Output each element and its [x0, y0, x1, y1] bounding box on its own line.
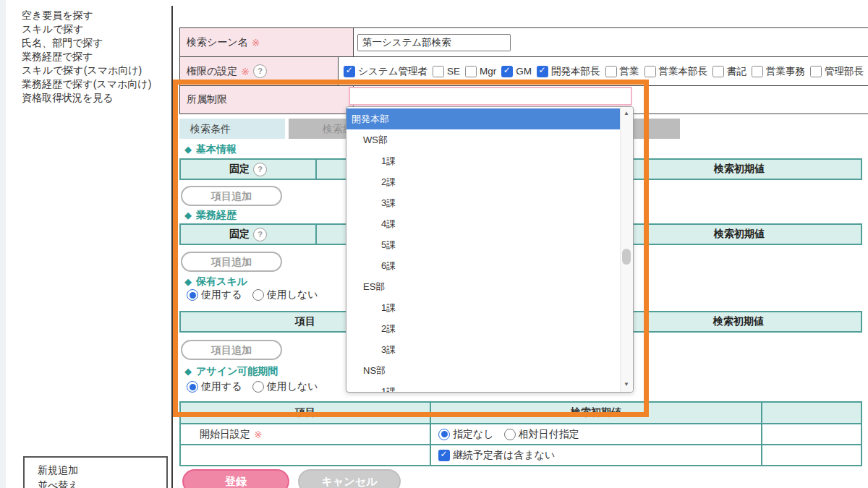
help-icon[interactable] [253, 163, 267, 176]
radio-relative-date-icon[interactable] [504, 429, 516, 440]
permission-checkbox-row: システム管理者 SE Mgr GM 開発本部長 営業 営業本部長 書記 営業事務… [339, 65, 868, 78]
add-item-button-career[interactable]: 項目追加 [181, 252, 282, 272]
column-header-item: 項目 [181, 403, 430, 423]
dropdown-option-dev-hq[interactable]: 開発本部 [346, 108, 621, 129]
checkbox-system-admin[interactable]: システム管理者 [344, 65, 427, 78]
start-date-extra-cell [761, 423, 861, 444]
radio-no-designation-label[interactable]: 指定なし [453, 428, 494, 441]
checkbox-label: 営業事務 [766, 65, 805, 78]
radio-relative-date-label[interactable]: 相対日付指定 [519, 428, 579, 441]
dropdown-option-section2[interactable]: 2課 [346, 171, 621, 192]
dropdown-option-ns-dept[interactable]: NS部 [346, 360, 621, 381]
dropdown-option-section1[interactable]: 1課 [346, 297, 621, 318]
diamond-icon [184, 209, 192, 221]
checkbox-se[interactable]: SE [433, 66, 460, 77]
dropdown-option-section5[interactable]: 5課 [346, 234, 621, 255]
column-header-fixed: 固定 [181, 225, 315, 244]
dropdown-option-section4[interactable]: 4課 [346, 213, 621, 234]
add-item-button-skills[interactable]: 項目追加 [181, 340, 282, 360]
checkbox-label: Mgr [480, 66, 496, 77]
checkbox-icon[interactable] [537, 66, 548, 77]
affiliation-dropdown: 開発本部 WS部 1課 2課 3課 4課 5課 6課 ES部 1課 2課 3課 … [346, 106, 634, 393]
dropdown-option-section1[interactable]: 1課 [346, 150, 621, 171]
checkbox-icon[interactable] [501, 66, 513, 77]
sidebar-item-career-search[interactable]: 業務経歴で探す [22, 50, 93, 64]
checkbox-icon[interactable] [752, 66, 763, 77]
column-header-extra [761, 403, 861, 423]
help-icon[interactable] [253, 64, 267, 78]
radio-use-icon[interactable] [187, 289, 198, 301]
start-date-setting-label-cell: 開始日設定 ※ [181, 423, 430, 444]
checkbox-mgr[interactable]: Mgr [465, 66, 496, 77]
radio-use-label[interactable]: 使用する [201, 380, 242, 393]
checkbox-icon[interactable] [465, 66, 477, 77]
radio-no-use-icon[interactable] [252, 381, 264, 393]
sidebar-item-certifications[interactable]: 資格取得状況を見る [22, 91, 114, 105]
checkbox-label: 営業本部長 [659, 65, 708, 78]
sidebar-item-skill-search-mobile[interactable]: スキルで探す(スマホ向け) [22, 64, 142, 77]
permission-label-cell: 権限の設定 ※ [180, 57, 339, 85]
form-row-permission: 権限の設定 ※ システム管理者 SE Mgr GM 開発本部長 営業 営業本部長… [180, 57, 868, 86]
scene-name-input[interactable] [357, 34, 511, 51]
required-mark: ※ [252, 37, 260, 48]
sidebar-item-career-search-mobile[interactable]: 業務経歴で探す(スマホ向け) [22, 77, 151, 91]
start-date-setting-label: 開始日設定 [200, 428, 250, 441]
checkbox-secretary[interactable]: 書記 [712, 65, 746, 78]
cancel-button[interactable]: キャンセル [298, 469, 401, 488]
continuation-checkbox-label[interactable]: 継続予定者は含まない [453, 449, 555, 462]
checkbox-icon[interactable] [712, 66, 724, 77]
dropdown-option-section1-partial[interactable]: 1課 [346, 381, 621, 393]
sidebar-item-name-dept-search[interactable]: 氏名、部門で探す [22, 36, 103, 50]
radio-no-use-icon[interactable] [252, 289, 264, 301]
checkbox-icon[interactable] [605, 66, 617, 77]
radio-use-icon[interactable] [187, 381, 198, 393]
radio-no-use-label[interactable]: 使用しない [267, 380, 318, 393]
register-button[interactable]: 登録 [182, 469, 289, 488]
checkbox-sales-clerk[interactable]: 営業事務 [752, 65, 805, 78]
continuation-value-cell: 継続予定者は含まない [430, 444, 761, 465]
sidebar-item-reorder[interactable]: 並べ替え [38, 479, 79, 488]
sidebar-item-vacant-staff[interactable]: 空き要員を探す [22, 9, 93, 22]
sidebar-item-skill-search[interactable]: スキルで探す [22, 22, 84, 36]
checkbox-dev-director[interactable]: 開発本部長 [537, 65, 600, 78]
dropdown-option-es-dept[interactable]: ES部 [346, 276, 621, 297]
diamond-icon [184, 275, 192, 288]
dropdown-option-section6[interactable]: 6課 [346, 255, 621, 276]
checkbox-sales[interactable]: 営業 [605, 65, 639, 78]
checkbox-icon[interactable] [810, 66, 822, 77]
sidebar-item-new-add[interactable]: 新規追加 [38, 463, 78, 477]
checkbox-icon[interactable] [644, 66, 656, 77]
dropdown-list: 開発本部 WS部 1課 2課 3課 4課 5課 6課 ES部 1課 2課 3課 … [346, 108, 621, 393]
dropdown-scrollbar[interactable] [620, 107, 633, 392]
radio-no-use-label[interactable]: 使用しない [267, 288, 318, 301]
dropdown-option-ws-dept[interactable]: WS部 [346, 129, 621, 150]
help-icon[interactable] [253, 228, 267, 241]
scroll-down-icon[interactable] [621, 381, 632, 388]
checkbox-icon[interactable] [438, 450, 450, 461]
scene-name-label: 検索シーン名 [187, 36, 248, 49]
dropdown-option-section2[interactable]: 2課 [346, 318, 621, 339]
scrollbar-thumb[interactable] [622, 249, 631, 265]
checkbox-label: 管理部長 [825, 65, 864, 78]
diamond-icon [184, 143, 192, 155]
column-header-text: 項目 [295, 315, 315, 328]
affiliation-combobox[interactable] [349, 87, 632, 106]
scroll-up-icon[interactable] [621, 110, 632, 116]
column-header-initial-value: 検索初期値 [615, 312, 861, 331]
scene-name-value-cell [354, 28, 868, 56]
section-title-basic-info: 基本情報 [184, 143, 237, 155]
checkbox-icon[interactable] [433, 66, 444, 77]
checkbox-sales-director[interactable]: 営業本部長 [644, 65, 708, 78]
tab-search-conditions[interactable]: 検索条件 [179, 119, 285, 139]
checkbox-icon[interactable] [344, 66, 355, 77]
checkbox-gm[interactable]: GM [501, 66, 532, 77]
radio-no-designation-icon[interactable] [438, 429, 450, 440]
add-item-button-basic[interactable]: 項目追加 [181, 186, 282, 206]
scene-name-label-cell: 検索シーン名 ※ [180, 28, 354, 56]
skills-use-radio-group: 使用する 使用しない [187, 288, 328, 301]
checkbox-admin-director[interactable]: 管理部長 [810, 65, 864, 78]
dropdown-option-section3[interactable]: 3課 [346, 192, 621, 213]
column-header-text: 固定 [229, 228, 250, 241]
radio-use-label[interactable]: 使用する [201, 288, 242, 301]
dropdown-option-section3[interactable]: 3課 [346, 339, 621, 360]
